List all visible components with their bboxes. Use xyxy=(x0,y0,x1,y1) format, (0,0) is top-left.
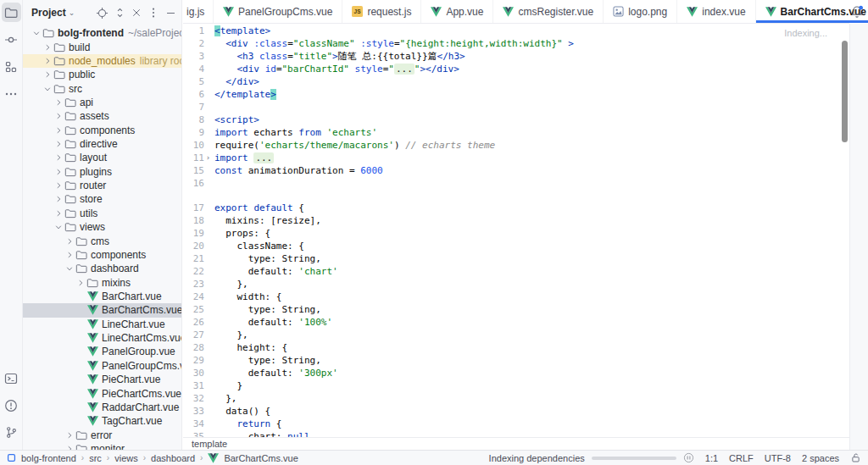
hide-panel-icon[interactable] xyxy=(165,8,176,19)
problems-icon[interactable] xyxy=(2,396,21,415)
collapse-all-icon[interactable] xyxy=(131,8,142,18)
code-line[interactable]: 4 <div id="barChartId" style="..."></div… xyxy=(183,63,849,75)
code-line[interactable]: 33 data() { xyxy=(183,405,849,418)
code-line[interactable]: 24 width: { xyxy=(183,291,849,303)
tree-item-panelgroup-vue[interactable]: PanelGroup.vue xyxy=(23,345,181,358)
code-line[interactable]: 3 <h3 class="title">随笔 总:{{total}}篇</h3> xyxy=(183,50,849,63)
tree-item-raddarchart-vue[interactable]: RaddarChart.vue xyxy=(23,401,181,414)
code-line[interactable]: 5 </div> xyxy=(183,75,849,88)
chevron-right-icon[interactable] xyxy=(53,126,64,135)
chevron-down-icon[interactable]: ⌄ xyxy=(69,8,75,17)
terminal-icon[interactable] xyxy=(2,368,21,388)
tree-item-barchart-vue[interactable]: BarChart.vue xyxy=(23,290,181,303)
code-line[interactable]: 8<script> xyxy=(183,113,849,126)
tree-item-views[interactable]: views xyxy=(23,220,181,234)
code-line[interactable]: 10require('echarts/theme/macarons') // e… xyxy=(183,139,849,152)
code-line[interactable]: 31 } xyxy=(183,379,849,392)
tree-item-utils[interactable]: utils xyxy=(23,207,181,220)
locate-icon[interactable] xyxy=(96,7,108,19)
chevron-down-icon[interactable] xyxy=(64,264,75,273)
code-line[interactable]: 32 }, xyxy=(183,392,849,405)
unlock-icon[interactable] xyxy=(850,452,861,463)
git-branch-icon[interactable] xyxy=(2,423,21,442)
chevron-right-icon[interactable] xyxy=(42,57,53,65)
chevron-right-icon[interactable] xyxy=(53,140,64,148)
tree-item-assets[interactable]: assets xyxy=(23,109,181,123)
tree-item-bolg-frontend[interactable]: bolg-frontend~/saleProject/博客管理 xyxy=(23,26,181,40)
code-line[interactable]: 26 default: '100%' xyxy=(183,316,849,329)
code-line[interactable]: 21 type: String, xyxy=(183,252,849,265)
chevron-right-icon[interactable] xyxy=(75,279,86,287)
chevron-right-icon[interactable] xyxy=(42,70,53,79)
status-crumb-src[interactable]: src xyxy=(89,453,102,463)
code-line[interactable]: 27 }, xyxy=(183,329,849,341)
chevron-down-icon[interactable] xyxy=(53,223,64,231)
tree-item-layout[interactable]: layout xyxy=(23,151,181,164)
code-line[interactable]: 7 xyxy=(183,101,849,113)
editor-scrollbar[interactable] xyxy=(842,41,848,142)
code-editor[interactable]: 1<template>2 <div :class="className" :st… xyxy=(183,24,849,437)
chevron-right-icon[interactable] xyxy=(53,209,64,218)
notifications-bell-icon[interactable] xyxy=(850,5,864,19)
structure-icon[interactable] xyxy=(2,57,21,76)
caret-position-widget[interactable]: 1:1 xyxy=(705,453,718,463)
status-crumb-bolg-frontend[interactable]: bolg-frontend xyxy=(21,453,76,463)
code-line[interactable]: 19 props: { xyxy=(183,227,849,240)
tree-item-public[interactable]: public xyxy=(23,68,181,81)
code-line[interactable]: 18 mixins: [resize], xyxy=(183,214,849,227)
commit-icon[interactable] xyxy=(2,30,21,49)
folded-region[interactable]: ... xyxy=(394,64,415,75)
chevron-right-icon[interactable] xyxy=(53,168,64,176)
pause-indexing-button[interactable] xyxy=(683,452,694,463)
chevron-right-icon[interactable] xyxy=(53,195,64,203)
status-crumb-views[interactable]: views xyxy=(114,453,138,463)
code-line[interactable]: 1<template> xyxy=(183,25,849,37)
project-folder-icon[interactable] xyxy=(2,3,21,22)
tree-item-src[interactable]: src xyxy=(23,81,181,95)
tab-app-vue[interactable]: App.vue xyxy=(421,0,493,23)
breadcrumb-template[interactable]: template xyxy=(192,439,227,449)
tab-panelgroupcms-vue[interactable]: PanelGroupCms.vue xyxy=(214,0,342,23)
fold-arrow-icon[interactable]: › xyxy=(204,152,212,164)
chevron-right-icon[interactable] xyxy=(53,181,64,190)
tree-item-node-modules[interactable]: node_moduleslibrary root xyxy=(23,54,181,68)
code-line[interactable]: 23 }, xyxy=(183,278,849,291)
code-line[interactable]: 17export default { xyxy=(183,202,849,214)
tree-item-piechartcms-vue[interactable]: PieChartCms.vue xyxy=(23,386,181,400)
tab-cmsregister-vue[interactable]: cmsRegister.vue xyxy=(493,0,604,23)
panel-more-icon[interactable] xyxy=(147,7,159,19)
tree-item-directive[interactable]: directive xyxy=(23,137,181,151)
indent-widget[interactable]: 2 spaces xyxy=(802,453,839,463)
tree-item-barchartcms-vue[interactable]: BarChartCms.vue xyxy=(23,303,181,317)
code-line[interactable]: 16 xyxy=(183,177,849,190)
expand-all-icon[interactable] xyxy=(114,7,125,19)
tree-item-components[interactable]: components xyxy=(23,248,181,262)
code-line[interactable]: 29 type: String, xyxy=(183,354,849,367)
tree-item-piechart-vue[interactable]: PieChart.vue xyxy=(23,373,181,386)
chevron-right-icon[interactable] xyxy=(64,251,75,259)
tree-item-linechartcms-vue[interactable]: LineChartCms.vue xyxy=(23,331,181,345)
chevron-right-icon[interactable] xyxy=(53,153,64,162)
chevron-right-icon[interactable] xyxy=(53,112,64,120)
tree-item-panelgroupcms-vue[interactable]: PanelGroupCms.vue xyxy=(23,359,181,373)
tree-item-tagchart-vue[interactable]: TagChart.vue xyxy=(23,414,181,428)
code-line[interactable]: 30 default: '300px' xyxy=(183,367,849,379)
editor-area[interactable]: ig.jsPanelGroupCms.vueJSrequest.jsApp.vu… xyxy=(183,0,849,450)
code-line[interactable]: 2 <div :class="className" :style="{heigh… xyxy=(183,37,849,50)
code-line[interactable]: 20 className: { xyxy=(183,240,849,252)
code-line[interactable]: 9import echarts from 'echarts' xyxy=(183,126,849,139)
chevron-down-icon[interactable] xyxy=(42,85,53,93)
tab-ig-js[interactable]: ig.js xyxy=(183,0,214,23)
folded-region[interactable]: ... xyxy=(253,152,274,163)
code-line[interactable]: 28 height: { xyxy=(183,341,849,354)
code-line[interactable]: 34 return { xyxy=(183,418,849,430)
chevron-down-icon[interactable] xyxy=(31,29,42,37)
code-line[interactable]: 6</template> xyxy=(183,88,849,101)
code-line[interactable]: 15const animationDuration = 6000 xyxy=(183,164,849,177)
tree-item-api[interactable]: api xyxy=(23,96,181,109)
tab-logo-png[interactable]: logo.png xyxy=(604,0,677,23)
tree-item-dashboard[interactable]: dashboard xyxy=(23,262,181,275)
tree-item-cms[interactable]: cms xyxy=(23,234,181,247)
chevron-right-icon[interactable] xyxy=(64,237,75,246)
tree-item-mixins[interactable]: mixins xyxy=(23,275,181,289)
